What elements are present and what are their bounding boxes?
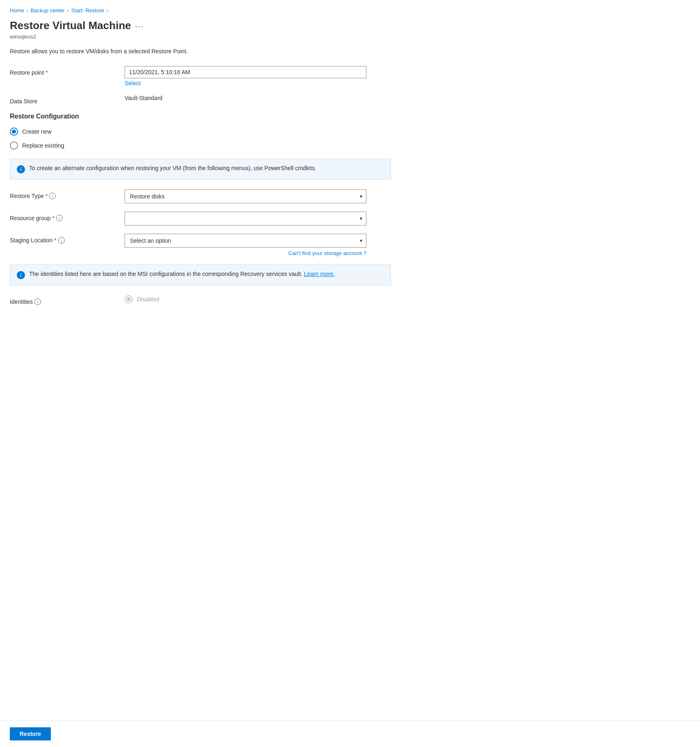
staging-location-label: Staging Location * i [10,234,125,244]
restore-type-dropdown-wrapper: Restore disksCreate virtual machine ▾ [125,189,366,203]
identities-info-icon: i [17,271,25,279]
restore-point-input[interactable] [125,66,366,78]
identities-disabled-label: Disabled [137,296,159,303]
data-store-value: Vault-Standard [125,95,687,101]
identities-label: Identities i [10,295,125,305]
breadcrumb-sep-3: › [107,8,108,14]
restore-config-title: Restore Configuration [10,113,687,120]
staging-location-dropdown-wrapper: Select an option ▾ [125,234,366,248]
restore-button[interactable]: Restore [10,727,51,740]
identities-radio-disabled [125,295,133,303]
resource-group-info-icon: i [56,215,63,221]
radio-create-new[interactable]: Create new [10,128,687,136]
breadcrumb-start-restore[interactable]: Start: Restore [71,7,104,14]
restore-point-value-area: Select [125,66,687,87]
identities-value: Disabled [125,295,687,303]
cant-find-storage-link[interactable]: Can't find your storage account ? [125,250,366,256]
powershell-info-banner: i To create an alternate configuration w… [10,159,391,180]
data-store-row: Data Store Vault-Standard [10,95,687,105]
staging-location-info-icon: i [58,237,65,244]
resource-group-dropdown-wrapper: ▾ [125,212,366,225]
info-banner-text: To create an alternate configuration whe… [29,165,316,171]
breadcrumb-sep-1: › [27,8,28,14]
radio-create-new-circle [10,128,18,136]
breadcrumb-backup-center[interactable]: Backup center [31,7,65,14]
page-footer: Restore [0,720,700,747]
restore-type-info-icon: i [49,193,56,199]
breadcrumb-home[interactable]: Home [10,7,24,14]
restore-point-label: Restore point * [10,66,125,76]
resource-group-required: * [52,215,55,221]
radio-create-new-label: Create new [22,128,52,135]
page-subtitle: winsqleus2 [10,34,687,40]
restore-point-required: * [45,69,48,76]
resource-group-label: Resource group * i [10,212,125,221]
radio-replace-existing-label: Replace existing [22,142,64,149]
info-icon: i [17,165,25,173]
learn-more-link[interactable]: Learn more. [304,271,335,277]
staging-location-value: Select an option ▾ Can't find your stora… [125,234,687,256]
radio-replace-existing-circle [10,141,18,150]
breadcrumb-sep-2: › [67,8,69,14]
identities-info-banner: i The identities listed here are based o… [10,264,391,285]
restore-type-select[interactable]: Restore disksCreate virtual machine [125,189,366,203]
data-store-label: Data Store [10,95,125,105]
restore-type-value: Restore disksCreate virtual machine ▾ [125,189,687,203]
page-title: Restore Virtual Machine [10,19,131,32]
restore-type-row: Restore Type * i Restore disksCreate vir… [10,189,687,203]
identities-info-icon-label: i [34,298,41,305]
radio-replace-existing[interactable]: Replace existing [10,141,687,150]
restore-type-required: * [45,193,48,199]
restore-type-label: Restore Type * i [10,189,125,199]
restore-point-row: Restore point * Select [10,66,687,87]
identities-disabled-row: Disabled [125,295,687,303]
restore-point-select-link[interactable]: Select [125,80,687,87]
resource-group-value: ▾ [125,212,687,225]
identities-row: Identities i Disabled [10,295,687,305]
breadcrumb: Home › Backup center › Start: Restore › [10,7,687,14]
staging-location-required: * [54,237,56,244]
resource-group-select[interactable] [125,212,366,225]
staging-location-select[interactable]: Select an option [125,234,366,248]
staging-location-row: Staging Location * i Select an option ▾ … [10,234,687,256]
restore-config-radio-group: Create new Replace existing [10,128,687,150]
identities-info-text: The identities listed here are based on … [29,271,335,277]
resource-group-row: Resource group * i ▾ [10,212,687,225]
page-description: Restore allows you to restore VM/disks f… [10,48,687,55]
more-options-button[interactable]: ··· [135,22,144,31]
